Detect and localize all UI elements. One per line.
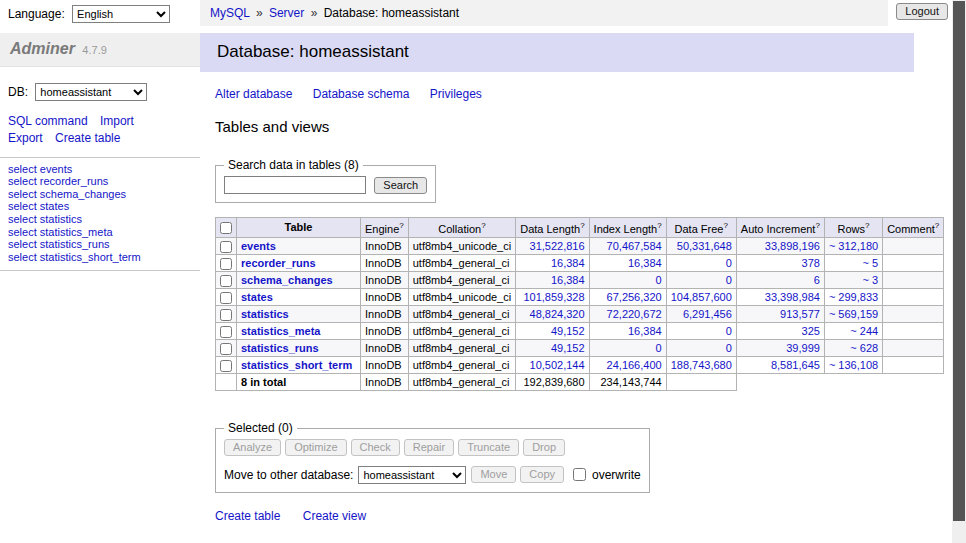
table-open-link[interactable]: statistics	[241, 308, 289, 320]
check-button[interactable]: Check	[351, 439, 400, 456]
cell-data-length-link[interactable]: 49,152	[551, 325, 585, 337]
cell-data-length-link[interactable]: 16,384	[551, 274, 585, 286]
column-header-collation[interactable]: Collation?	[408, 218, 515, 238]
cell-data-free-link[interactable]: 0	[726, 274, 732, 286]
cell-index-length-link[interactable]: 16,384	[628, 325, 662, 337]
create-table-link[interactable]: Create table	[215, 509, 280, 523]
table-open-link[interactable]: statistics_runs	[241, 342, 319, 354]
export-link[interactable]: Export	[8, 131, 43, 145]
table-open-link[interactable]: statistics_short_term	[241, 359, 352, 371]
cell-rows-link[interactable]: ~ 3	[863, 274, 879, 286]
row-checkbox[interactable]	[220, 275, 232, 287]
overwrite-checkbox[interactable]	[573, 468, 586, 481]
analyze-button[interactable]: Analyze	[224, 439, 281, 456]
row-checkbox[interactable]	[220, 309, 232, 321]
cell-index-length-link[interactable]: 67,256,320	[607, 291, 662, 303]
search-button[interactable]: Search	[374, 177, 427, 194]
row-checkbox[interactable]	[220, 292, 232, 304]
table-name-link[interactable]: events	[40, 163, 72, 175]
cell-auto-increment-link[interactable]: 33,898,196	[765, 240, 820, 252]
cell-index-length-link[interactable]: 70,467,584	[607, 240, 662, 252]
logout-button[interactable]: Logout	[896, 3, 948, 20]
cell-rows-link[interactable]: ~ 244	[850, 325, 878, 337]
search-input[interactable]	[224, 176, 366, 194]
column-header-engine[interactable]: Engine?	[361, 218, 409, 238]
table-open-link[interactable]: events	[241, 240, 276, 252]
select-table-link[interactable]: select	[8, 200, 37, 212]
cell-auto-increment-link[interactable]: 8,581,645	[771, 359, 820, 371]
scrollbar-thumb[interactable]	[953, 1, 965, 521]
cell-rows-link[interactable]: ~ 312,180	[829, 240, 878, 252]
cell-index-length-link[interactable]: 72,220,672	[607, 308, 662, 320]
breadcrumb-server-link[interactable]: Server	[269, 6, 304, 20]
cell-index-length-link[interactable]: 24,166,400	[607, 359, 662, 371]
cell-data-length-link[interactable]: 48,824,320	[530, 308, 585, 320]
table-name-link[interactable]: schema_changes	[40, 188, 126, 200]
row-checkbox[interactable]	[220, 360, 232, 372]
select-table-link[interactable]: select	[8, 251, 37, 263]
table-open-link[interactable]: recorder_runs	[241, 257, 316, 269]
select-table-link[interactable]: select	[8, 238, 37, 250]
alter-database-link[interactable]: Alter database	[215, 87, 292, 101]
cell-rows-link[interactable]: ~ 136,108	[829, 359, 878, 371]
select-table-link[interactable]: select	[8, 226, 37, 238]
database-schema-link[interactable]: Database schema	[313, 87, 410, 101]
table-name-link[interactable]: recorder_runs	[40, 175, 108, 187]
language-select[interactable]: English	[72, 5, 170, 23]
table-name-link[interactable]: statistics_short_term	[40, 251, 141, 263]
table-open-link[interactable]: schema_changes	[241, 274, 333, 286]
select-table-link[interactable]: select	[8, 213, 37, 225]
table-name-link[interactable]: states	[40, 200, 69, 212]
table-name-link[interactable]: statistics_runs	[40, 238, 110, 250]
repair-button[interactable]: Repair	[404, 439, 454, 456]
cell-index-length-link[interactable]: 16,384	[628, 257, 662, 269]
table-open-link[interactable]: statistics_meta	[241, 325, 321, 337]
import-link[interactable]: Import	[100, 114, 134, 128]
cell-data-free-link[interactable]: 0	[726, 325, 732, 337]
cell-data-length-link[interactable]: 31,522,816	[530, 240, 585, 252]
column-header-rows[interactable]: Rows?	[824, 218, 882, 238]
select-table-link[interactable]: select	[8, 163, 37, 175]
row-checkbox[interactable]	[220, 241, 232, 253]
copy-button[interactable]: Copy	[520, 466, 564, 483]
table-name-link[interactable]: statistics	[40, 213, 82, 225]
adminer-home-link[interactable]: Adminer	[10, 40, 75, 57]
cell-data-free-link[interactable]: 6,291,456	[683, 308, 732, 320]
cell-data-free-link[interactable]: 188,743,680	[671, 359, 732, 371]
cell-rows-link[interactable]: ~ 5	[863, 257, 879, 269]
cell-auto-increment-link[interactable]: 6	[814, 274, 820, 286]
select-table-link[interactable]: select	[8, 188, 37, 200]
column-header-data-free[interactable]: Data Free?	[666, 218, 736, 238]
column-header-index-length[interactable]: Index Length?	[589, 218, 666, 238]
cell-rows-link[interactable]: ~ 299,833	[829, 291, 878, 303]
create-view-link[interactable]: Create view	[303, 509, 366, 523]
cell-data-free-link[interactable]: 0	[726, 342, 732, 354]
table-open-link[interactable]: states	[241, 291, 273, 303]
breadcrumb-mysql-link[interactable]: MySQL	[210, 6, 250, 20]
column-header-auto-increment[interactable]: Auto Increment?	[736, 218, 824, 238]
row-checkbox[interactable]	[220, 326, 232, 338]
cell-rows-link[interactable]: ~ 628	[850, 342, 878, 354]
cell-auto-increment-link[interactable]: 378	[802, 257, 820, 269]
sql-command-link[interactable]: SQL command	[8, 114, 88, 128]
table-name-link[interactable]: statistics_meta	[40, 226, 113, 238]
cell-data-length-link[interactable]: 101,859,328	[523, 291, 584, 303]
column-header-comment[interactable]: Comment?	[883, 218, 944, 238]
row-checkbox[interactable]	[220, 343, 232, 355]
optimize-button[interactable]: Optimize	[285, 439, 346, 456]
cell-data-length-link[interactable]: 10,502,144	[530, 359, 585, 371]
truncate-button[interactable]: Truncate	[458, 439, 519, 456]
select-table-link[interactable]: select	[8, 175, 37, 187]
row-checkbox[interactable]	[220, 258, 232, 270]
cell-data-length-link[interactable]: 16,384	[551, 257, 585, 269]
privileges-link[interactable]: Privileges	[430, 87, 482, 101]
select-all-checkbox[interactable]	[220, 222, 232, 234]
move-button[interactable]: Move	[471, 466, 516, 483]
db-select[interactable]: homeassistant	[35, 83, 147, 101]
cell-data-free-link[interactable]: 0	[726, 257, 732, 269]
cell-rows-link[interactable]: ~ 569,159	[829, 308, 878, 320]
cell-auto-increment-link[interactable]: 33,398,984	[765, 291, 820, 303]
move-db-select[interactable]: homeassistant	[358, 466, 466, 484]
cell-data-free-link[interactable]: 104,857,600	[671, 291, 732, 303]
cell-auto-increment-link[interactable]: 39,999	[786, 342, 820, 354]
